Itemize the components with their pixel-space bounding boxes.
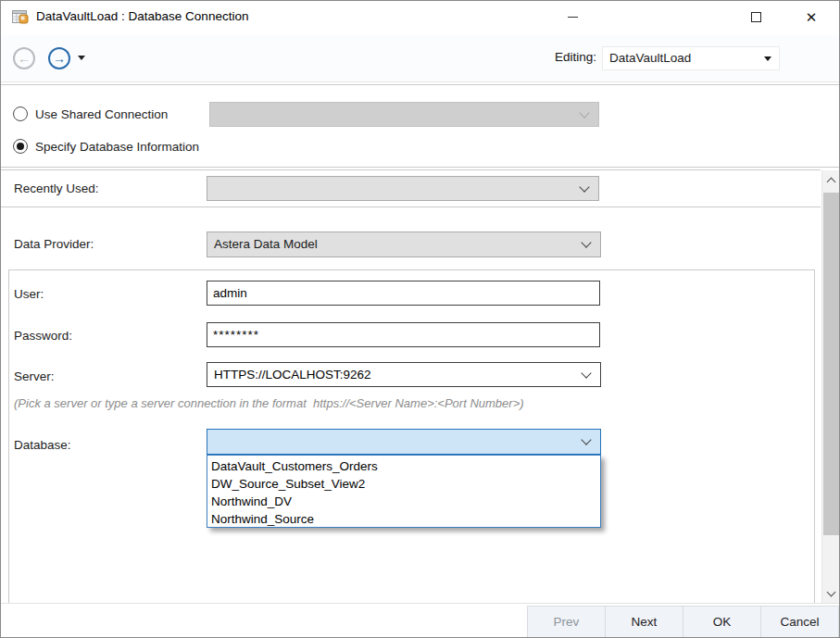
maximize-icon [751,12,761,22]
back-arrow-icon: ← [18,51,31,66]
recently-used-dropdown[interactable] [207,176,599,201]
cancel-button[interactable]: Cancel [760,606,839,638]
specify-database-label[interactable]: Specify Database Information [35,140,199,154]
data-provider-value: Astera Data Model [214,237,318,251]
next-button[interactable]: Next [605,606,683,638]
back-button[interactable]: ← [13,47,35,69]
data-provider-label: Data Provider: [14,237,94,251]
server-combobox[interactable]: HTTPS://LOCALHOST:9262 [207,362,601,387]
minimize-icon [568,17,578,18]
title-bar: DataVaultLoad : Database Connection ✕ [1,1,839,35]
dropdown-caret-icon [764,56,771,61]
minimize-button[interactable] [557,1,588,32]
content-bottom-divider [1,603,839,604]
app-icon [12,10,29,25]
editing-dropdown[interactable]: DataVaultLoad [602,46,780,70]
server-value: HTTPS://LOCALHOST:9262 [214,368,371,382]
close-button[interactable]: ✕ [796,1,827,32]
dialog-button-row: Prev Next OK Cancel [528,606,839,638]
chevron-down-icon [581,368,591,378]
recently-used-label: Recently Used: [14,181,99,195]
password-label: Password: [14,329,72,343]
scroll-down-icon [827,587,836,596]
user-input[interactable] [207,281,600,306]
editing-label: Editing: [555,50,596,64]
use-shared-connection-label[interactable]: Use Shared Connection [35,107,168,121]
chevron-down-icon [581,434,591,444]
server-label: Server: [14,369,55,383]
database-option[interactable]: DW_Source_Subset_View2 [207,475,600,493]
forward-dropdown-caret-icon[interactable] [78,56,85,60]
forward-arrow-icon: → [53,51,66,66]
connection-mode-panel: Use Shared Connection Specify Database I… [1,84,839,168]
database-combobox[interactable] [207,429,601,455]
vertical-scrollbar[interactable] [821,170,840,603]
specify-database-radio[interactable] [13,139,28,154]
user-label: User: [14,287,44,301]
chevron-down-icon [579,107,589,118]
editing-dropdown-value: DataVaultLoad [609,51,691,65]
forward-button[interactable]: → [48,47,70,69]
database-label: Database: [14,438,71,452]
password-input[interactable] [207,322,600,347]
chevron-down-icon [579,181,589,192]
maximize-button[interactable] [740,1,771,32]
prev-button[interactable]: Prev [527,606,606,638]
use-shared-connection-radio[interactable] [13,106,28,121]
server-format-hint: (Pick a server or type a server connecti… [14,396,524,410]
database-connection-dialog: { "window": { "title": "DataVaultLoad : … [0,0,840,638]
scroll-down-button[interactable] [822,584,840,603]
ok-button[interactable]: OK [683,606,761,638]
scroll-up-button[interactable] [822,170,840,189]
scrollbar-thumb[interactable] [823,193,840,535]
shared-connection-dropdown [209,102,599,127]
chevron-down-icon [581,237,591,247]
database-option[interactable]: Northwind_DV [207,493,600,510]
navigation-toolbar: ← → Editing: DataVaultLoad [1,35,839,82]
database-option[interactable]: Northwind_Source [207,510,600,528]
database-dropdown-list: DataVault_Customers_Orders DW_Source_Sub… [207,455,601,528]
data-provider-dropdown[interactable]: Astera Data Model [207,231,601,257]
scroll-up-icon [827,177,836,186]
close-icon: ✕ [806,10,818,24]
window-title: DataVaultLoad : Database Connection [36,9,248,23]
database-option[interactable]: DataVault_Customers_Orders [207,457,600,475]
